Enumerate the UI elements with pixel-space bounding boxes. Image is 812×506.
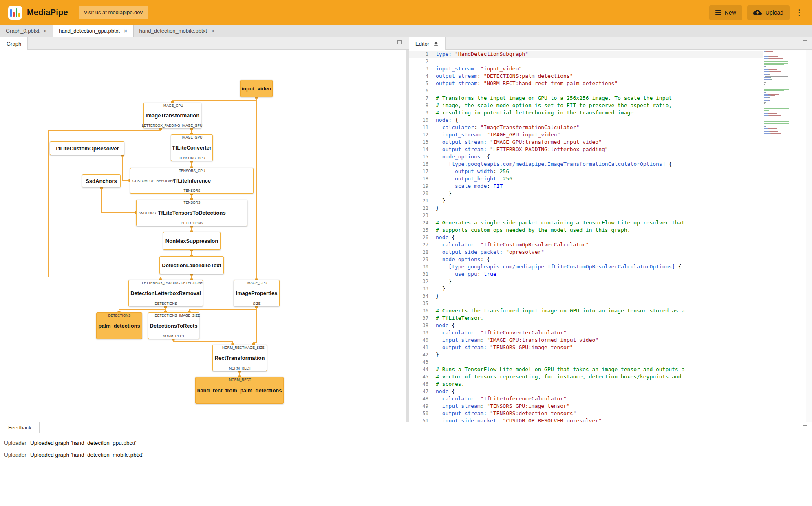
code-line-24[interactable]: 24# Generates a single side packet conta… bbox=[409, 219, 763, 227]
code-line-36[interactable]: 36# Converts the transformed input image… bbox=[409, 307, 763, 315]
graph-node-DetectionLabelIdToText[interactable]: DetectionLabelIdToText bbox=[159, 256, 224, 274]
code-line-27[interactable]: 27 calculator: "TfLiteCustomOpResolverCa… bbox=[409, 241, 763, 249]
line-text: output_height: 256 bbox=[428, 175, 512, 183]
code-line-38[interactable]: 38node { bbox=[409, 322, 763, 329]
code-line-11[interactable]: 11 calculator: "ImageTransformationCalcu… bbox=[409, 124, 763, 131]
port-label-image_gpu: IMAGE_GPU bbox=[182, 123, 203, 128]
graph-node-ImageTransformation[interactable]: ImageTransformationIMAGE_GPULETTERBOX_PA… bbox=[143, 103, 201, 128]
upload-button[interactable]: Upload bbox=[747, 5, 790, 20]
download-icon[interactable] bbox=[433, 41, 439, 47]
graph-node-NonMaxSuppression[interactable]: NonMaxSuppression bbox=[163, 232, 221, 250]
graph-node-input_video[interactable]: input_video bbox=[240, 80, 273, 97]
graph-node-ImageProperties[interactable]: ImagePropertiesIMAGE_GPUSIZE bbox=[234, 280, 280, 306]
code-line-23[interactable]: 23 bbox=[409, 212, 763, 219]
code-line-37[interactable]: 37# TfLiteTensor. bbox=[409, 315, 763, 322]
code-line-25[interactable]: 25# supports custom ops needed by the mo… bbox=[409, 227, 763, 234]
overflow-menu-icon[interactable]: ⋮ bbox=[794, 9, 804, 16]
code-line-49[interactable]: 49 input_stream: "TENSORS_GPU:image_tens… bbox=[409, 403, 763, 410]
close-tab-icon[interactable]: × bbox=[43, 28, 47, 34]
code-line-20[interactable]: 20 } bbox=[409, 190, 763, 197]
code-line-12[interactable]: 12 input_stream: "IMAGE_GPU:input_video" bbox=[409, 131, 763, 139]
code-line-10[interactable]: 10node: { bbox=[409, 117, 763, 124]
code-line-46[interactable]: 46# scores. bbox=[409, 381, 763, 388]
expand-graph-panel-icon[interactable] bbox=[397, 40, 402, 44]
graph-node-TfLiteTensorsToDetections[interactable]: TfLiteTensorsToDetectionsTENSORSDETECTIO… bbox=[136, 200, 247, 226]
code-line-21[interactable]: 21 } bbox=[409, 197, 763, 205]
code-line-22[interactable]: 22} bbox=[409, 205, 763, 212]
expand-feedback-panel-icon[interactable] bbox=[803, 425, 807, 429]
code-line-33[interactable]: 33 } bbox=[409, 285, 763, 293]
code-line-2[interactable]: 2 bbox=[409, 58, 763, 65]
code-line-3[interactable]: 3input_stream: "input_video" bbox=[409, 65, 763, 73]
minimap-line bbox=[764, 133, 802, 134]
line-text: output_stream: "LETTERBOX_PADDING:letter… bbox=[428, 146, 608, 153]
code-line-7[interactable]: 7# Transforms the input image on GPU to … bbox=[409, 95, 763, 102]
tab-graph[interactable]: Graph bbox=[0, 37, 28, 50]
code-line-45[interactable]: 45# vector of tensors representing, for … bbox=[409, 373, 763, 381]
code-line-13[interactable]: 13 output_stream: "IMAGE_GPU:transformed… bbox=[409, 139, 763, 146]
mediapipe-dev-link[interactable]: mediapipe.dev bbox=[108, 9, 143, 15]
code-line-39[interactable]: 39 calculator: "TfLiteConverterCalculato… bbox=[409, 329, 763, 337]
line-text: } bbox=[428, 205, 439, 212]
pane-splitter[interactable] bbox=[406, 50, 409, 422]
code-line-1[interactable]: 1type: "HandDetectionSubgraph" bbox=[409, 51, 763, 58]
graph-canvas[interactable]: input_videoImageTransformationIMAGE_GPUL… bbox=[0, 50, 406, 422]
expand-editor-panel-icon[interactable] bbox=[803, 40, 807, 44]
graph-node-TfLiteInference[interactable]: TfLiteInferenceTENSORS_GPUTENSORSCUSTOM_… bbox=[130, 168, 254, 194]
code-line-32[interactable]: 32 } bbox=[409, 278, 763, 285]
line-text: # Runs a TensorFlow Lite model on GPU th… bbox=[428, 366, 684, 373]
new-button[interactable]: New bbox=[709, 5, 742, 20]
graph-node-hand_rect_from_palm_detections[interactable]: hand_rect_from_palm_detectionsNORM_RECT bbox=[195, 377, 284, 404]
line-text: [type.googleapis.com/mediapipe.ImageTran… bbox=[428, 161, 672, 168]
graph-node-RectTransformation[interactable]: RectTransformationNORM_RECTIMAGE_SIZENOR… bbox=[212, 345, 267, 371]
code-line-48[interactable]: 48 calculator: "TfLiteInferenceCalculato… bbox=[409, 395, 763, 403]
code-line-35[interactable]: 35 bbox=[409, 300, 763, 307]
file-tab-hand_detection_mobile.pbtxt[interactable]: hand_detection_mobile.pbtxt× bbox=[134, 25, 221, 37]
code-line-30[interactable]: 30 [type.googleapis.com/mediapipe.TfLite… bbox=[409, 263, 763, 271]
close-tab-icon[interactable]: × bbox=[211, 28, 215, 34]
graph-node-DetectionsToRects[interactable]: DetectionsToRectsDETECTIONSIMAGE_SIZENOR… bbox=[148, 312, 199, 339]
file-tab-Graph_0.pbtxt[interactable]: Graph_0.pbtxt× bbox=[0, 25, 53, 37]
code-line-16[interactable]: 16 [type.googleapis.com/mediapipe.ImageT… bbox=[409, 161, 763, 168]
tab-editor[interactable]: Editor bbox=[409, 37, 446, 50]
tab-feedback[interactable]: Feedback bbox=[0, 422, 40, 433]
code-line-18[interactable]: 18 output_height: 256 bbox=[409, 175, 763, 183]
file-tab-hand_detection_gpu.pbtxt[interactable]: hand_detection_gpu.pbtxt× bbox=[53, 25, 133, 37]
app-header: MediaPipe Visit us at mediapipe.dev New … bbox=[0, 0, 812, 25]
editor-scrollbar[interactable] bbox=[806, 50, 812, 422]
port-label-tensors: TENSORS bbox=[183, 189, 200, 193]
code-line-6[interactable]: 6 bbox=[409, 87, 763, 95]
minimap-line bbox=[764, 115, 802, 116]
port-label-norm_rect: NORM_RECT bbox=[163, 334, 185, 338]
editor-minimap[interactable] bbox=[764, 51, 802, 134]
code-line-51[interactable]: 51 input_side_packet: "CUSTOM_OP_RESOLVE… bbox=[409, 417, 763, 422]
code-line-14[interactable]: 14 output_stream: "LETTERBOX_PADDING:let… bbox=[409, 146, 763, 153]
graph-node-TfLiteCustomOpResolver[interactable]: TfLiteCustomOpResolver bbox=[50, 141, 124, 155]
code-line-34[interactable]: 34} bbox=[409, 293, 763, 300]
code-line-5[interactable]: 5output_stream: "NORM_RECT:hand_rect_fro… bbox=[409, 80, 763, 87]
code-line-15[interactable]: 15 node_options: { bbox=[409, 153, 763, 161]
code-line-50[interactable]: 50 output_stream: "TENSORS:detection_ten… bbox=[409, 410, 763, 417]
editor-panel[interactable]: 1type: "HandDetectionSubgraph"2 3input_s… bbox=[409, 50, 812, 422]
close-tab-icon[interactable]: × bbox=[124, 28, 128, 34]
code-line-8[interactable]: 8# image, the scale_mode option is set t… bbox=[409, 102, 763, 109]
code-line-41[interactable]: 41 output_stream: "TENSORS_GPU:image_ten… bbox=[409, 344, 763, 351]
code-line-9[interactable]: 9# resulting in potential letterboxing i… bbox=[409, 109, 763, 117]
code-line-4[interactable]: 4output_stream: "DETECTIONS:palm_detecti… bbox=[409, 73, 763, 80]
code-line-29[interactable]: 29 node_options: { bbox=[409, 256, 763, 263]
code-line-26[interactable]: 26node { bbox=[409, 234, 763, 241]
code-line-40[interactable]: 40 input_stream: "IMAGE_GPU:transformed_… bbox=[409, 337, 763, 344]
code-line-19[interactable]: 19 scale_mode: FIT bbox=[409, 183, 763, 190]
code-line-31[interactable]: 31 use_gpu: true bbox=[409, 271, 763, 278]
graph-node-SsdAnchors[interactable]: SsdAnchors bbox=[82, 174, 121, 187]
minimap-line bbox=[764, 82, 802, 83]
code-line-44[interactable]: 44# Runs a TensorFlow Lite model on GPU … bbox=[409, 366, 763, 373]
code-line-28[interactable]: 28 output_side_packet: "opresolver" bbox=[409, 249, 763, 256]
code-line-43[interactable]: 43 bbox=[409, 359, 763, 366]
code-line-42[interactable]: 42} bbox=[409, 351, 763, 359]
code-line-17[interactable]: 17 output_width: 256 bbox=[409, 168, 763, 175]
graph-node-DetectionLetterboxRemoval[interactable]: DetectionLetterboxRemovalLETTERBOX_PADDI… bbox=[128, 280, 203, 306]
graph-node-palm_detections[interactable]: palm_detectionsDETECTIONS bbox=[96, 312, 142, 339]
graph-node-TfLiteConverter[interactable]: TfLiteConverterIMAGE_GPUTENSORS_GPU bbox=[171, 134, 213, 161]
code-line-47[interactable]: 47node { bbox=[409, 388, 763, 395]
